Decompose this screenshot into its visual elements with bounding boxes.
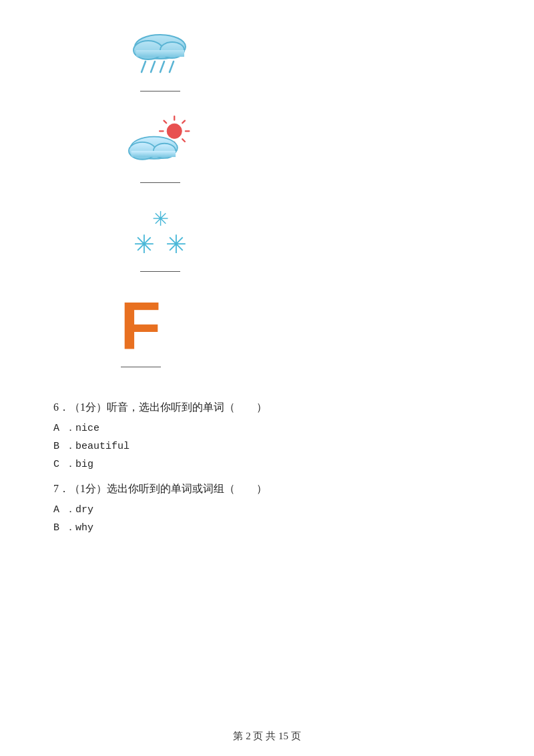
question-6-text: （1分）听音，选出你听到的单词（ ） — [69, 401, 267, 413]
question-6-option-c: C ．big — [53, 457, 481, 470]
snowflake-right: ✳ — [166, 232, 187, 257]
answer-line-2 — [140, 182, 180, 183]
svg-line-15 — [182, 121, 185, 124]
svg-line-14 — [182, 139, 185, 142]
question-7-option-a: A ．dry — [53, 503, 481, 516]
question-6-option-b: B ．beautiful — [53, 439, 481, 452]
question-6: 6．（1分）听音，选出你听到的单词（ ） A ．nice B ．beautifu… — [53, 401, 481, 470]
questions-section: 6．（1分）听音，选出你听到的单词（ ） A ．nice B ．beautifu… — [53, 401, 481, 534]
page-content: ✳ ✳ ✳ F 6．（1分）听音，选出你听到的单词（ ） — [0, 0, 534, 586]
question-6-title: 6．（1分）听音，选出你听到的单词（ ） — [53, 401, 481, 415]
svg-line-7 — [170, 61, 174, 72]
svg-line-6 — [160, 61, 164, 72]
answer-line-1 — [140, 91, 180, 91]
question-6-option-a: A ．nice — [53, 421, 481, 434]
snowflake-top: ✳ — [152, 209, 169, 229]
svg-rect-3 — [136, 50, 184, 57]
weather-icons-section: ✳ ✳ ✳ F — [120, 27, 481, 387]
answer-line-3 — [140, 271, 180, 272]
question-7-text: （1分）选出你听到的单词或词组（ ） — [69, 483, 267, 494]
svg-rect-20 — [131, 151, 176, 157]
page-footer-text: 第 2 页 共 15 页 — [233, 731, 300, 741]
svg-point-8 — [167, 124, 182, 138]
answer-line-4 — [121, 367, 161, 367]
sun-cloud-icon — [120, 112, 200, 174]
letter-f-icon-block: F — [120, 292, 161, 367]
letter-f-icon: F — [120, 292, 161, 359]
snowflakes-icon-block: ✳ ✳ ✳ — [120, 203, 200, 272]
svg-line-4 — [142, 61, 146, 72]
snowflake-left: ✳ — [134, 232, 155, 257]
page-footer: 第 2 页 共 15 页 — [0, 730, 534, 743]
rain-icon-block — [120, 27, 200, 91]
question-7-number: 7 — [53, 483, 59, 494]
question-6-number: 6 — [53, 401, 59, 413]
sun-cloud-icon-block — [120, 112, 200, 183]
rain-cloud-icon — [120, 27, 200, 83]
question-7: 7．（1分）选出你听到的单词或词组（ ） A ．dry B ．why — [53, 482, 481, 534]
svg-line-5 — [151, 61, 155, 72]
question-7-option-b: B ．why — [53, 521, 481, 534]
snowflakes-icon: ✳ ✳ ✳ — [120, 203, 200, 263]
svg-line-13 — [164, 121, 167, 124]
question-7-title: 7．（1分）选出你听到的单词或词组（ ） — [53, 482, 481, 496]
